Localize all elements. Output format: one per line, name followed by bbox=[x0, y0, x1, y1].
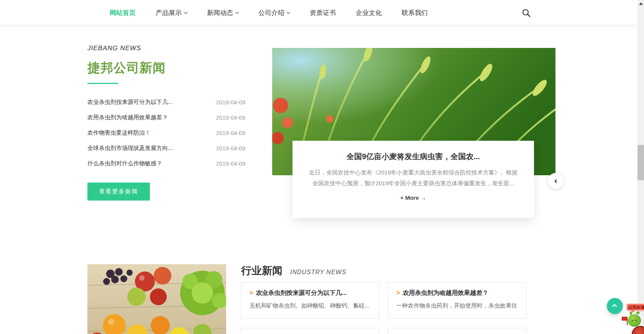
card-title: >农用杀虫剂为啥越用效果越差？ bbox=[396, 289, 518, 297]
browser-scrollbar[interactable] bbox=[637, 0, 644, 334]
nav-item-certificates[interactable]: 资质证书 bbox=[310, 8, 336, 17]
red-flag-icon bbox=[622, 317, 627, 321]
featured-news-card: 全国9亿亩小麦将发生病虫害，全国农... 近日，全国农技中心发布《2019年小麦… bbox=[292, 141, 534, 218]
nav-item-label: 产品展示 bbox=[156, 8, 182, 17]
industry-news-card[interactable]: >全球杀虫剂市场现状及发展方向... bbox=[388, 328, 526, 334]
news-row[interactable]: 农业杀虫剂按来源可分为以下几... 2019-04-09 bbox=[87, 94, 245, 110]
featured-more-link[interactable]: + More → bbox=[400, 194, 426, 201]
page: 网站首页 产品展示 新闻动态 公司介绍 资质证书 企业文化 联系我们 bbox=[0, 0, 644, 334]
industry-news-card[interactable]: >农用杀虫剂为啥越用效果越差？ 一种农作物杀虫药剂，开始使用时，杀虫效果往... bbox=[388, 282, 526, 319]
mascot-head: > < bbox=[628, 314, 641, 327]
featured-news-excerpt: 近日，全国农技中心发布《2019年小麦重大病虫害全程综合防控技术方案》。根据全国… bbox=[306, 167, 520, 189]
company-news-list: 农业杀虫剂按来源可分为以下几... 2019-04-09 农用杀虫剂为啥越用效果… bbox=[87, 94, 245, 171]
company-news-title: 捷邦公司新闻 bbox=[87, 59, 166, 77]
arrow-bullet-icon: > bbox=[250, 290, 253, 296]
news-row[interactable]: 农作物害虫要这样防治！ 2019-04-09 bbox=[87, 125, 245, 140]
news-date: 2019-04-09 bbox=[216, 99, 245, 105]
news-title: 农业杀虫剂按来源可分为以下几... bbox=[87, 99, 173, 106]
nav-item-label: 资质证书 bbox=[310, 8, 336, 17]
arrow-bullet-icon: > bbox=[396, 290, 400, 296]
chevron-down-icon bbox=[287, 10, 291, 14]
nav-item-label: 公司介绍 bbox=[258, 8, 284, 17]
nav-item-label: 联系我们 bbox=[402, 8, 428, 17]
chevron-up-icon bbox=[612, 304, 617, 309]
flag-pole bbox=[627, 317, 628, 325]
industry-news-subtitle: INDUSTRY NEWS bbox=[290, 269, 346, 276]
carousel-prev-button[interactable]: ‹ bbox=[548, 173, 564, 189]
chevron-left-icon: ‹ bbox=[554, 176, 557, 186]
news-date: 2019-04-09 bbox=[216, 160, 245, 167]
news-row[interactable]: 农用杀虫剂为啥越用效果越差？ 2019-04-09 bbox=[87, 110, 245, 125]
news-date: 2019-04-09 bbox=[216, 145, 245, 151]
back-to-top-button[interactable] bbox=[607, 298, 623, 314]
chevron-down-icon bbox=[184, 10, 188, 14]
scrollbar-up-arrow-icon[interactable] bbox=[639, 2, 643, 5]
nav-item-culture[interactable]: 企业文化 bbox=[356, 8, 382, 17]
industry-news-card[interactable]: >农业杀虫剂按来源可分为以下几... 无机和矿物杀虫剂。如砷酸铅、砷酸钙、氟硅.… bbox=[241, 282, 380, 319]
nav-item-label: 企业文化 bbox=[356, 8, 382, 17]
nav-item-label: 网站首页 bbox=[110, 8, 136, 17]
card-title: >农业杀虫剂按来源可分为以下几... bbox=[250, 289, 371, 297]
news-title: 农用杀虫剂为啥越用效果越差？ bbox=[87, 114, 168, 121]
top-navigation-bar: 网站首页 产品展示 新闻动态 公司介绍 资质证书 企业文化 联系我们 bbox=[0, 0, 644, 25]
nav-item-contact[interactable]: 联系我们 bbox=[402, 8, 428, 17]
industry-news-grid: >农业杀虫剂按来源可分为以下几... 无机和矿物杀虫剂。如砷酸铅、砷酸钙、氟硅.… bbox=[241, 282, 526, 334]
nav-item-home[interactable]: 网站首页 bbox=[110, 8, 136, 17]
card-title-text: 农业杀虫剂按来源可分为以下几... bbox=[256, 290, 347, 296]
industry-news-heading: 行业新闻 INDUSTRY NEWS bbox=[241, 264, 346, 278]
card-title-text: 农用杀虫剂为啥越用效果越差？ bbox=[402, 290, 488, 296]
news-date: 2019-04-09 bbox=[216, 114, 245, 121]
accelerator-mascot[interactable]: 点我加速 > < 88 bbox=[621, 302, 644, 334]
company-news-eyebrow: JIEBANG NEWS bbox=[87, 44, 141, 52]
speed-up-badge[interactable]: 点我加速 bbox=[626, 303, 644, 311]
industry-news-title: 行业新闻 bbox=[241, 264, 283, 278]
news-title: 全球杀虫剂市场现状及发展方向... bbox=[87, 145, 173, 152]
news-row[interactable]: 全球杀虫剂市场现状及发展方向... 2019-04-09 bbox=[87, 140, 245, 156]
nav-item-products[interactable]: 产品展示 bbox=[156, 8, 187, 17]
title-underline bbox=[87, 83, 118, 84]
search-icon[interactable] bbox=[521, 8, 531, 18]
news-date: 2019-04-09 bbox=[216, 130, 245, 136]
industry-news-card[interactable]: >农作物害虫要这样防治！ bbox=[241, 328, 380, 334]
featured-news-title[interactable]: 全国9亿亩小麦将发生病虫害，全国农... bbox=[306, 151, 520, 162]
card-excerpt: 一种农作物杀虫药剂，开始使用时，杀虫效果往... bbox=[396, 302, 518, 309]
scrollbar-thumb[interactable] bbox=[637, 145, 644, 180]
nav-item-about[interactable]: 公司介绍 bbox=[258, 8, 290, 17]
main-nav: 网站首页 产品展示 新闻动态 公司介绍 资质证书 企业文化 联系我们 bbox=[110, 0, 428, 25]
news-title: 什么杀虫剂对什么作物敏感？ bbox=[87, 160, 162, 167]
mascot-eyes: > < bbox=[631, 319, 637, 322]
fruits-vegetables-image bbox=[87, 264, 226, 334]
watermelon-icon: 88 bbox=[632, 326, 644, 334]
nav-item-news[interactable]: 新闻动态 bbox=[207, 8, 238, 17]
news-row[interactable]: 什么杀虫剂对什么作物敏感？ 2019-04-09 bbox=[87, 156, 245, 171]
card-excerpt: 无机和矿物杀虫剂。如砷酸铅、砷酸钙、氟硅... bbox=[250, 302, 371, 309]
chevron-down-icon bbox=[235, 10, 239, 14]
nav-item-label: 新闻动态 bbox=[207, 8, 233, 17]
view-more-news-button[interactable]: 查看更多新闻 bbox=[87, 183, 150, 201]
news-title: 农作物害虫要这样防治！ bbox=[87, 129, 151, 137]
